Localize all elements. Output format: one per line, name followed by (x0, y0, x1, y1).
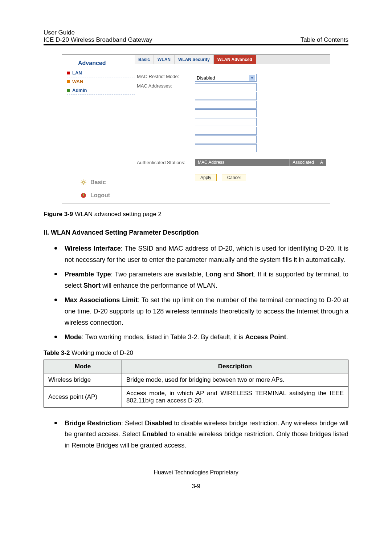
auth-col-mac: MAC Address (195, 159, 290, 166)
square-icon (67, 89, 70, 92)
table-cell: Access mode, in which AP and WIRELESS TE… (122, 386, 348, 407)
tab-basic[interactable]: Basic (135, 55, 154, 64)
table-cell: Wireless bridge (44, 373, 122, 386)
table-header-desc: Description (122, 360, 348, 373)
sidebar-item-wan[interactable]: WAN (67, 77, 135, 86)
basic-link-label: Basic (90, 179, 106, 186)
working-mode-table: Mode Description Wireless bridge Bridge … (44, 360, 348, 408)
table-cell: Access point (AP) (44, 386, 122, 407)
page-footer: Huawei Technologies Proprietary 3-9 (44, 469, 348, 490)
square-icon (67, 80, 70, 83)
mac-address-input[interactable] (195, 118, 257, 126)
auth-stations-header: MAC Address Associated A (195, 159, 326, 166)
mac-address-input[interactable] (195, 92, 257, 100)
header-line1: User Guide (44, 29, 152, 36)
tab-wlan-advanced[interactable]: WLAN Advanced (214, 55, 256, 64)
auth-col-associated: Associated (290, 159, 317, 166)
tabs-bar: Basic WLAN WLAN Security WLAN Advanced (135, 55, 330, 64)
chevron-down-icon: ▾ (249, 75, 255, 81)
list-item: Wireless Interface: The SSID and MAC add… (54, 243, 348, 265)
auth-col-a: A (317, 159, 326, 166)
mac-address-input[interactable] (195, 83, 257, 91)
sidebar-item-label: WAN (72, 79, 83, 84)
header-line2: ICE D-20 Wireless Broadband Gateway (44, 36, 152, 44)
sidebar-item-label: LAN (72, 70, 82, 76)
figure-wrapper: Advanced Basic WLAN WLAN Security WLAN A… (44, 54, 348, 203)
figure-caption-prefix: Figure 3-9 (44, 211, 75, 218)
cancel-button[interactable]: Cancel (222, 174, 246, 181)
logout-link[interactable]: Logout (80, 192, 135, 199)
figure-caption-text: WLAN advanced setting page 2 (75, 211, 162, 218)
table-cell: Bridge mode, used for bridging between t… (122, 373, 348, 386)
table-row: Wireless bridge Bridge mode, used for br… (44, 373, 348, 386)
screenshot: Advanced Basic WLAN WLAN Security WLAN A… (62, 54, 330, 203)
list-item: Preamble Type: Two parameters are availa… (54, 269, 348, 291)
mac-addresses-label: MAC Addresses: (137, 83, 195, 89)
svg-point-0 (82, 181, 85, 183)
mac-address-input[interactable] (195, 109, 257, 117)
sidebar-item-lan[interactable]: LAN (67, 69, 135, 77)
list-item: Max Associations Limit: To set the up li… (54, 295, 348, 328)
mac-address-input[interactable] (195, 127, 257, 135)
header-right: Table of Contents (301, 36, 348, 44)
table-row: Access point (AP) Access mode, in which … (44, 386, 348, 407)
mac-address-input[interactable] (195, 135, 257, 143)
mac-address-input[interactable] (195, 101, 257, 109)
footer-company: Huawei Technologies Proprietary (44, 469, 348, 476)
bullet-list-1: Wireless Interface: The SSID and MAC add… (44, 243, 348, 343)
footer-page-number: 3-9 (44, 483, 348, 490)
list-item: Bridge Restriction: Select Disabled to d… (54, 418, 348, 451)
tab-wlan[interactable]: WLAN (154, 55, 175, 64)
apply-button[interactable]: Apply (195, 174, 217, 181)
logout-icon (80, 192, 87, 199)
list-item: Mode: Two working modes, listed in Table… (54, 332, 348, 343)
tab-wlan-security[interactable]: WLAN Security (175, 55, 214, 64)
page-header: User Guide ICE D-20 Wireless Broadband G… (44, 29, 348, 45)
mac-restrict-select[interactable]: Disabled ▾ (195, 74, 257, 82)
table-header-row: Mode Description (44, 360, 348, 373)
mac-restrict-value: Disabled (197, 75, 215, 81)
square-icon (67, 72, 70, 74)
table-caption-text: Working mode of D-20 (72, 349, 133, 356)
gear-icon (80, 179, 87, 186)
table-header-mode: Mode (44, 360, 122, 373)
bullet-list-2: Bridge Restriction: Select Disabled to d… (44, 418, 348, 451)
mac-restrict-label: MAC Restrict Mode: (137, 74, 195, 79)
sidebar-item-label: Admin (72, 88, 87, 93)
logout-link-label: Logout (90, 192, 110, 199)
header-left: User Guide ICE D-20 Wireless Broadband G… (44, 29, 152, 44)
section-heading: II. WLAN Advanced Setting Parameter Desc… (44, 229, 348, 236)
table-caption: Table 3-2 Working mode of D-20 (44, 349, 348, 357)
figure-caption: Figure 3-9 WLAN advanced setting page 2 (44, 211, 348, 218)
sidebar-title: Advanced (67, 58, 135, 69)
table-caption-prefix: Table 3-2 (44, 349, 72, 356)
sidebar-item-admin[interactable]: Admin (67, 86, 135, 95)
mac-address-input[interactable] (195, 144, 257, 152)
basic-link[interactable]: Basic (80, 179, 135, 186)
auth-stations-label: Authenticated Stations: (137, 160, 195, 165)
